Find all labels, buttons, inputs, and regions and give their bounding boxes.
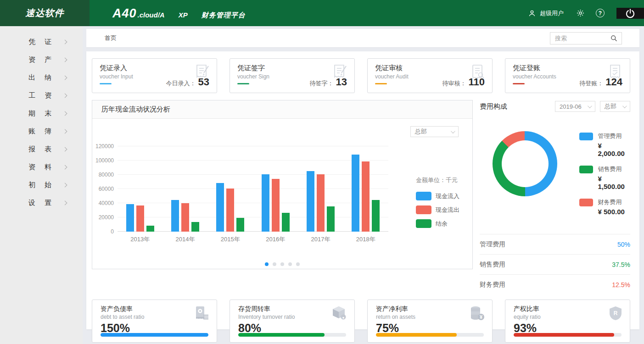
legend-item-结余[interactable]: 结余 xyxy=(416,219,459,228)
legend-item-现金流入[interactable]: 现金流入 xyxy=(416,192,459,200)
carousel-dot[interactable] xyxy=(296,262,300,266)
chevron-down-icon xyxy=(451,129,455,133)
logo-zone: 速达软件 xyxy=(0,0,90,26)
x-axis-label: 2014年 xyxy=(162,235,207,244)
bar-现金流出[interactable] xyxy=(272,179,280,232)
expense-org-dropdown[interactable]: 总部 xyxy=(600,101,630,112)
y-axis-tick: 20000 xyxy=(99,214,114,221)
carousel-dot[interactable] xyxy=(280,262,284,266)
cashflow-chart-card: 历年现金流动状况分析 总部 02000040000600008000010000… xyxy=(92,100,473,269)
legend-swatch xyxy=(416,205,431,214)
power-icon xyxy=(625,8,636,19)
bar-现金流入[interactable] xyxy=(216,183,224,232)
carousel-dot[interactable] xyxy=(273,262,276,266)
logo-text: 速达软件 xyxy=(26,7,64,19)
chevron-right-icon xyxy=(63,147,67,152)
expense-period-dropdown[interactable]: 2019-06 xyxy=(555,101,595,112)
sidebar-item-cashier[interactable]: 出 纳 xyxy=(0,69,83,87)
bar-结余[interactable] xyxy=(191,222,199,232)
carousel-dot[interactable] xyxy=(265,262,269,266)
search-icon[interactable] xyxy=(610,34,618,42)
bar-现金流出[interactable] xyxy=(362,161,370,232)
inventory-turnover-card: 存货周转率 Inventory turnover ratio 80% ● xyxy=(230,300,355,343)
cashflow-chart-title: 历年现金流动状况分析 xyxy=(92,100,472,119)
bar-现金流入[interactable] xyxy=(126,204,134,232)
svg-text:¥: ¥ xyxy=(480,314,483,320)
legend-swatch xyxy=(416,219,431,228)
x-axis-label: 2013年 xyxy=(118,235,162,244)
sidebar-item-ledgers[interactable]: 账 簿 xyxy=(0,122,83,140)
user-menu[interactable]: 超级用户 xyxy=(527,9,564,18)
bar-结余[interactable] xyxy=(282,213,290,232)
y-axis-tick: 120000 xyxy=(95,143,114,150)
equity-ratio-card: 产权比率 equity ratio 93% R xyxy=(505,300,630,343)
voucher-input-icon xyxy=(193,64,211,81)
ratio-progress xyxy=(238,333,346,337)
sidebar-item-reports[interactable]: 报 表 xyxy=(0,140,83,158)
voucher-sign-icon xyxy=(331,64,348,81)
chevron-down-icon xyxy=(622,104,627,108)
bars-row xyxy=(118,146,388,232)
voucher-accounts-card[interactable]: 凭证登账 voucher Accounts 待登账： 124 xyxy=(505,58,630,93)
chart-org-dropdown[interactable]: 总部 xyxy=(410,126,459,137)
voucher-input-card[interactable]: 凭证录入 voucher Input 今日录入： 53 xyxy=(92,58,217,93)
chevron-down-icon xyxy=(588,104,592,108)
user-icon xyxy=(527,9,537,18)
voucher-accounts-icon xyxy=(606,64,624,81)
bar-现金流入[interactable] xyxy=(262,174,269,232)
bar-结余[interactable] xyxy=(327,206,335,232)
unit-label: 金额单位：千元 xyxy=(416,176,459,184)
legend-item-management[interactable]: 管理费用 ¥ 2,000.00 xyxy=(579,132,630,157)
help-icon[interactable]: ? xyxy=(596,9,605,17)
search-box[interactable] xyxy=(550,32,622,44)
bar-现金流入[interactable] xyxy=(171,200,179,232)
sidebar-item-voucher[interactable]: 凭 证 xyxy=(0,33,83,51)
legend-label: 现金流出 xyxy=(436,206,459,214)
product-name: A40 xyxy=(112,6,137,21)
bar-现金流出[interactable] xyxy=(181,203,189,232)
app-header: 速达软件 A40 .cloud/A XP 财务管理平台 超级用户 ? xyxy=(0,0,644,26)
bar-结余[interactable] xyxy=(372,200,380,232)
y-axis-tick: 40000 xyxy=(99,200,114,206)
main-content: 首页 凭证录入 voucher Input 今日录入： 53 xyxy=(83,26,644,344)
settings-gear-icon[interactable] xyxy=(576,9,585,18)
carousel-dot[interactable] xyxy=(288,262,292,266)
sidebar-item-settings[interactable]: 设 置 xyxy=(0,194,83,212)
header-controls: 超级用户 ? xyxy=(527,0,644,26)
y-axis-tick: 60000 xyxy=(99,186,114,192)
dashboard-panel: 凭证录入 voucher Input 今日录入： 53 凭证签字 voucher… xyxy=(86,51,639,329)
bar-现金流出[interactable] xyxy=(317,174,325,232)
coins-icon: ¥ xyxy=(469,305,485,323)
bar-现金流入[interactable] xyxy=(352,155,359,232)
bar-结余[interactable] xyxy=(236,218,244,232)
bar-现金流出[interactable] xyxy=(226,189,234,232)
accent-dash xyxy=(237,83,249,84)
legend-item-finance[interactable]: 财务费用 ¥ 500.00 xyxy=(579,198,630,216)
sidebar-item-base-data[interactable]: 资 料 xyxy=(0,158,83,176)
certificate-icon xyxy=(193,305,210,323)
y-axis-tick: 80000 xyxy=(99,172,114,178)
search-input[interactable] xyxy=(555,35,610,42)
bar-结余[interactable] xyxy=(146,226,154,232)
chevron-right-icon xyxy=(63,111,67,116)
chevron-right-icon xyxy=(63,40,67,44)
breadcrumb-home[interactable]: 首页 xyxy=(105,34,117,42)
sidebar-item-payroll[interactable]: 工 资 xyxy=(0,87,83,105)
bar-现金流出[interactable] xyxy=(136,205,144,232)
product-title: A40 .cloud/A XP 财务管理平台 xyxy=(90,0,246,26)
bar-现金流入[interactable] xyxy=(307,171,314,232)
sidebar-item-assets[interactable]: 资 产 xyxy=(0,51,83,69)
bar-group-2018年 xyxy=(343,146,388,232)
chevron-right-icon xyxy=(63,201,67,205)
sidebar-item-initial[interactable]: 初 始 xyxy=(0,176,83,194)
bar-group-2014年 xyxy=(162,146,207,232)
legend-label: 结余 xyxy=(436,220,448,228)
x-axis-label: 2016年 xyxy=(253,235,298,244)
legend-item-现金流出[interactable]: 现金流出 xyxy=(416,205,459,214)
logout-power-button[interactable] xyxy=(616,8,644,19)
accent-dash xyxy=(375,83,387,84)
legend-item-sales[interactable]: 销售费用 ¥ 1,500.00 xyxy=(579,165,630,190)
voucher-audit-card[interactable]: 凭证审核 voucher Audit 待审核： 110 xyxy=(367,58,493,93)
voucher-sign-card[interactable]: 凭证签字 voucher Sign 待签字： 13 xyxy=(230,58,355,93)
sidebar-item-period-end[interactable]: 期 末 xyxy=(0,105,83,122)
